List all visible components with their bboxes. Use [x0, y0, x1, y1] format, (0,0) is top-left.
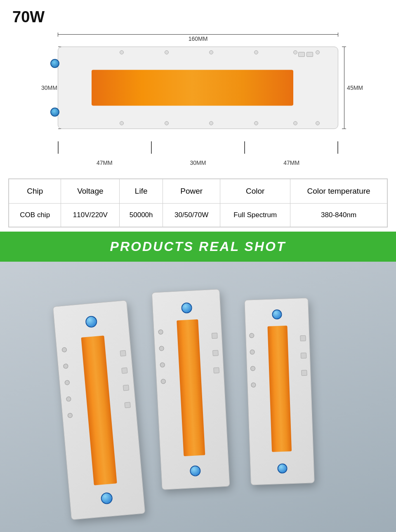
- col-life: Life: [120, 179, 163, 204]
- product-title: 70W: [12, 8, 384, 26]
- pcb-hole: [249, 333, 254, 338]
- sq-pad: [300, 335, 306, 341]
- pcb-hole: [66, 396, 71, 402]
- led-strip-photo-1: [81, 335, 117, 485]
- photo-section: [0, 262, 396, 532]
- led-strip: [92, 70, 293, 105]
- pcb-hole: [161, 379, 166, 384]
- pcb-hole: [165, 50, 169, 54]
- table-data-row: COB chip 110V/220V 50000h 30/50/70W Full…: [9, 204, 387, 227]
- diagram-section: 70W 160MM 30MM: [0, 0, 396, 174]
- pcb-hole: [316, 121, 320, 125]
- pcb-board-wrapper: [58, 47, 338, 129]
- spec-table-section: Chip Voltage Life Power Color Color temp…: [8, 178, 388, 227]
- sq-pad: [213, 367, 219, 373]
- col-voltage: Voltage: [61, 179, 120, 204]
- sq-pad: [212, 333, 218, 339]
- led-board-2: [152, 289, 230, 490]
- bottom-dimensions: 47MM 30MM 47MM: [58, 159, 338, 166]
- holes-left-3: [249, 333, 256, 387]
- led-strip-photo-2: [177, 319, 205, 456]
- pcb-hole: [254, 121, 258, 125]
- pcb-hole: [64, 380, 70, 385]
- led-board-3: [244, 298, 315, 485]
- connector-blue-bottom-2: [189, 465, 200, 476]
- boards-container: [54, 278, 342, 517]
- pcb-hole: [159, 346, 164, 351]
- pcb-hole: [120, 50, 124, 54]
- connector-blue-top-3: [272, 309, 282, 320]
- pcb-hole: [293, 121, 297, 125]
- connector-blue-bottom-1: [101, 492, 113, 504]
- left-dimension-label: 30MM: [41, 84, 57, 91]
- pcb-hole: [316, 50, 320, 54]
- sq-pad: [125, 402, 131, 408]
- connector-blue-top-1: [85, 316, 97, 328]
- tick: [151, 141, 152, 154]
- spec-table: Chip Voltage Life Power Color Color temp…: [9, 179, 387, 227]
- val-voltage: 110V/220V: [61, 204, 120, 227]
- tick: [337, 141, 338, 154]
- holes-left-1: [61, 347, 73, 418]
- top-dimension-line: [58, 34, 338, 35]
- connector-top: [50, 59, 59, 68]
- right-dimension-label: 45MM: [347, 84, 363, 91]
- pcb-hole: [120, 121, 124, 125]
- sq-pad: [123, 384, 129, 391]
- pads-right-1: [120, 350, 131, 408]
- col-chip: Chip: [9, 179, 61, 204]
- banner-text: PRODUCTS REAL SHOT: [0, 239, 396, 254]
- sq-pad: [212, 350, 219, 356]
- pcb-board: [58, 47, 338, 129]
- right-dimension-line: [344, 47, 344, 129]
- pads-right-3: [300, 335, 307, 376]
- led-strip-photo-3: [267, 326, 292, 452]
- pcb-hole: [61, 347, 67, 352]
- sq-pad: [121, 368, 127, 374]
- val-color-temp: 380-840nm: [290, 204, 387, 227]
- pcb-hole: [63, 363, 68, 369]
- pcb-hole: [293, 50, 297, 54]
- sq-pad: [301, 370, 307, 376]
- tick: [58, 141, 59, 154]
- pcb-hole: [165, 121, 169, 125]
- connector-blue-top-2: [181, 302, 192, 314]
- tick-lines: [58, 141, 338, 154]
- pads-right-2: [212, 333, 219, 373]
- pcb-hole: [67, 413, 73, 418]
- bottom-dim-3: 47MM: [283, 159, 299, 166]
- sq-pad: [301, 353, 306, 359]
- tick: [244, 141, 245, 154]
- pcb-hole: [158, 329, 163, 335]
- pcb-hole: [209, 121, 213, 125]
- pcb-hole: [254, 50, 258, 54]
- led-board-1: [53, 300, 146, 520]
- pcb-hole: [251, 382, 256, 387]
- connector-bottom: [50, 108, 59, 117]
- col-color: Color: [220, 179, 290, 204]
- col-color-temp: Color temperature: [290, 179, 387, 204]
- top-dimension: 160MM: [58, 34, 338, 42]
- pcb-hole: [160, 362, 165, 368]
- val-chip: COB chip: [9, 204, 61, 227]
- top-dimension-label: 160MM: [189, 35, 208, 42]
- banner-section: PRODUCTS REAL SHOT: [0, 232, 396, 262]
- right-dimension: 45MM: [344, 47, 363, 129]
- pcb-hole: [250, 349, 255, 354]
- table-header-row: Chip Voltage Life Power Color Color temp…: [9, 179, 387, 204]
- pcb-component: [298, 52, 305, 57]
- val-life: 50000h: [120, 204, 163, 227]
- bottom-dim-2: 30MM: [190, 159, 206, 166]
- sq-pad: [120, 350, 126, 356]
- val-power: 30/50/70W: [163, 204, 220, 227]
- diagram-container: 160MM 30MM: [21, 30, 375, 170]
- connector-blue-bottom-3: [277, 463, 288, 473]
- pcb-hole: [209, 50, 213, 54]
- pcb-component: [306, 52, 313, 57]
- holes-left-2: [158, 329, 166, 384]
- val-color: Full Spectrum: [220, 204, 290, 227]
- col-power: Power: [163, 179, 220, 204]
- pcb-hole: [250, 366, 255, 371]
- bottom-dim-1: 47MM: [97, 159, 113, 166]
